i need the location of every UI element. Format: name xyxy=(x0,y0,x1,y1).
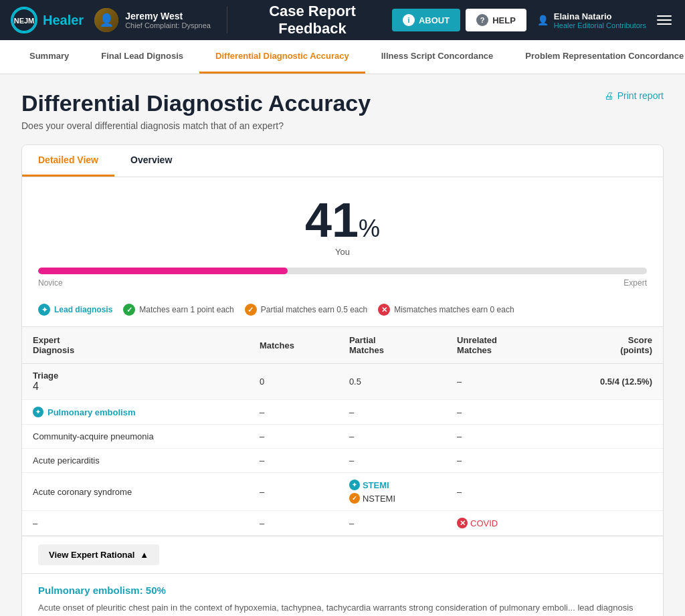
stemi-tag: ✦ STEMI xyxy=(349,480,389,490)
user-info: 👤 Jeremy West Chief Complaint: Dyspnea xyxy=(94,8,211,32)
legend-partial-label: Partial matches earn 0.5 each xyxy=(261,305,367,314)
table-row: – – – ✕ COVID xyxy=(22,511,663,536)
tab-illness-script[interactable]: Illness Script Concordance xyxy=(365,40,510,74)
score-label: You xyxy=(35,247,650,257)
score-percent-sign: % xyxy=(359,215,380,242)
printer-icon: 🖨 xyxy=(604,90,613,101)
navigation-tabs: Summary Final Lead Dignosis Differential… xyxy=(0,40,685,74)
account-section: 👤 Elaina Natario Healer Editorial Contri… xyxy=(537,11,674,29)
unrelated-cell: – xyxy=(446,400,546,425)
view-expert-rational-button[interactable]: View Expert Rational ▲ xyxy=(38,544,159,565)
unrelated-cell: – xyxy=(446,425,546,449)
score-cell xyxy=(546,425,663,449)
score-cell xyxy=(546,449,663,473)
rational-text: Acute onset of pleuritic chest pain in t… xyxy=(38,601,647,616)
col-expert-diagnosis: ExpertDiagnosis xyxy=(22,327,249,364)
nstemi-tag: ✓ NSTEMI xyxy=(349,493,395,504)
legend-mismatch: ✕ Mismatches matches earn 0 each xyxy=(378,304,514,316)
help-button[interactable]: ? HELP xyxy=(466,9,526,31)
page-title: Differential Diagnostic Accuracy xyxy=(21,90,371,116)
legend-mismatch-icon: ✕ xyxy=(378,304,390,316)
matches-cell: – xyxy=(249,473,338,511)
diagnosis-cell: Acute pericarditis xyxy=(22,449,249,473)
header-buttons: i ABOUT ? HELP xyxy=(392,9,526,31)
logo: NEJM Healer xyxy=(11,7,84,33)
chevron-up-icon: ▲ xyxy=(140,550,149,560)
main-card: Detailed View Overview 41% You Novice Ex… xyxy=(21,144,664,616)
progress-label-expert: Expert xyxy=(623,278,647,288)
col-score: Score(points) xyxy=(546,327,663,364)
col-matches: Matches xyxy=(249,327,338,364)
lead-icon: ✦ xyxy=(33,407,43,417)
card-tab-detailed[interactable]: Detailed View xyxy=(22,145,114,177)
tab-problem-representation[interactable]: Problem Representation Concordance xyxy=(509,40,685,74)
tab-summary[interactable]: Summary xyxy=(13,40,85,74)
diagnosis-cell: Triage 4 xyxy=(22,364,249,400)
info-icon: i xyxy=(403,14,415,26)
account-role: Healer Editorial Contributors xyxy=(554,21,646,29)
avatar: 👤 xyxy=(94,8,118,32)
table-row: Acute pericarditis – – – xyxy=(22,449,663,473)
progress-label-novice: Novice xyxy=(38,278,63,288)
table-row: Triage 4 0 0.5 – 0.5/4 (12.5%) xyxy=(22,364,663,400)
col-partial: PartialMatches xyxy=(338,327,446,364)
score-cell xyxy=(546,400,663,425)
diagnosis-cell: – xyxy=(22,511,249,536)
unrelated-cell: – xyxy=(446,364,546,400)
matches-cell: – xyxy=(249,511,338,536)
title-row: Differential Diagnostic Accuracy Does yo… xyxy=(21,90,664,144)
card-tabs: Detailed View Overview xyxy=(22,145,663,177)
header: NEJM Healer 👤 Jeremy West Chief Complain… xyxy=(0,0,685,40)
print-report-link[interactable]: 🖨 Print report xyxy=(604,90,664,101)
score-number: 41 xyxy=(305,193,359,247)
table-row: ✦ Pulmonary embolism – – – xyxy=(22,400,663,425)
rational-title: Pulmonary embolism: 50% xyxy=(38,585,647,596)
account-name: Elaina Natario xyxy=(554,11,646,21)
rational-content: Pulmonary embolism: 50% Acute onset of p… xyxy=(22,573,663,616)
svg-text:NEJM: NEJM xyxy=(14,17,35,25)
person-icon: 👤 xyxy=(537,15,549,25)
diagnosis-cell: Acute coronary syndrome xyxy=(22,473,249,511)
table-row: Acute coronary syndrome – ✦ STEMI ✓ NSTE… xyxy=(22,473,663,511)
about-button[interactable]: i ABOUT xyxy=(392,9,460,31)
partial-tag-icon: ✓ xyxy=(349,493,360,504)
mismatch-icon: ✕ xyxy=(457,518,468,528)
user-complaint: Chief Complaint: Dyspnea xyxy=(125,21,211,29)
score-cell xyxy=(546,473,663,511)
partial-cell: 0.5 xyxy=(338,364,446,400)
tab-final-lead[interactable]: Final Lead Dignosis xyxy=(85,40,199,74)
unrelated-cell: – xyxy=(446,473,546,511)
score-section: 41% You xyxy=(22,177,663,268)
legend-match-label: Matches earn 1 point each xyxy=(139,305,233,314)
progress-bar-outer xyxy=(38,268,647,274)
page-subtitle: Does your overal differential diagnosis … xyxy=(21,120,371,131)
table-row: Community-acquire pneumonia – – – xyxy=(22,425,663,449)
score-cell: 0.5/4 (12.5%) xyxy=(546,364,663,400)
diagnosis-table: ExpertDiagnosis Matches PartialMatches U… xyxy=(22,326,663,536)
card-tab-overview[interactable]: Overview xyxy=(114,145,188,177)
legend-lead: ✦ Lead diagnosis xyxy=(38,304,112,316)
legend-mismatch-label: Mismatches matches earn 0 each xyxy=(394,305,514,314)
matches-cell: – xyxy=(249,400,338,425)
hamburger-menu[interactable] xyxy=(654,13,674,27)
score-display: 41% xyxy=(35,196,650,244)
legend-partial-icon: ✓ xyxy=(245,304,257,316)
header-title: Case Report Feedback xyxy=(243,3,381,37)
progress-section: Novice Expert xyxy=(22,268,663,298)
progress-labels: Novice Expert xyxy=(38,278,647,288)
tab-differential[interactable]: Differential Diagnostic Accuracy xyxy=(199,40,365,74)
partial-cell: – xyxy=(338,449,446,473)
question-icon: ? xyxy=(476,14,488,26)
account-info: 👤 Elaina Natario Healer Editorial Contri… xyxy=(537,11,646,29)
partial-cell: – xyxy=(338,425,446,449)
matches-cell: 0 xyxy=(249,364,338,400)
brand-name: Healer xyxy=(43,13,84,28)
user-name: Jeremy West xyxy=(125,11,211,21)
lead-tag-icon: ✦ xyxy=(349,480,360,490)
matches-cell: – xyxy=(249,425,338,449)
legend-partial: ✓ Partial matches earn 0.5 each xyxy=(245,304,367,316)
expert-rational-bar: View Expert Rational ▲ xyxy=(22,536,663,573)
legend-match-icon: ✓ xyxy=(123,304,135,316)
logo-icon: NEJM xyxy=(11,7,37,33)
unrelated-cell: ✕ COVID xyxy=(446,511,546,536)
